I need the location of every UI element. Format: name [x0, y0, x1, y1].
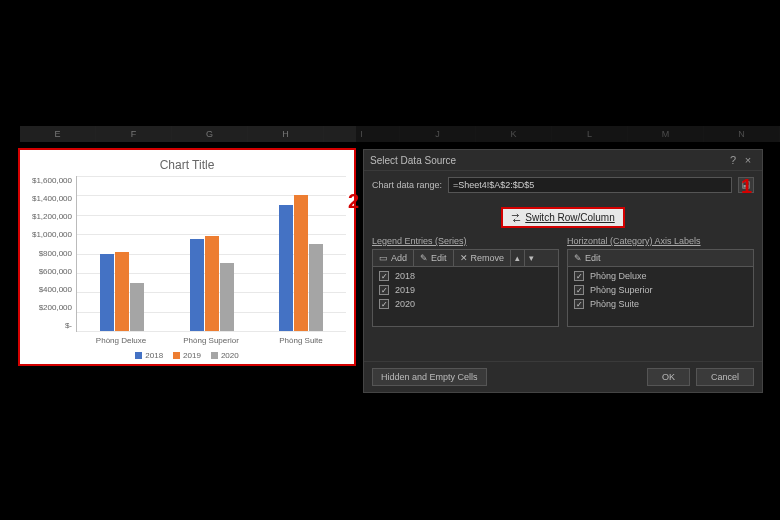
col-header: F [96, 126, 172, 142]
edit-icon: ✎ [420, 253, 428, 263]
col-header: N [704, 126, 780, 142]
dialog-footer: Hidden and Empty Cells OK Cancel [364, 361, 762, 392]
legend-entries-header: Legend Entries (Series) [372, 236, 559, 249]
y-tick: $- [28, 321, 72, 330]
bar[interactable] [100, 254, 114, 332]
column-headers: E F G H I J K L M N [20, 126, 780, 142]
add-series-button[interactable]: ▭Add [373, 250, 414, 266]
range-label: Chart data range: [372, 180, 442, 190]
chart-title: Chart Title [28, 156, 346, 176]
x-tick: Phòng Superior [166, 336, 256, 345]
bar[interactable] [294, 195, 308, 331]
list-item[interactable]: ✓Phòng Deluxe [570, 269, 751, 283]
legend-label: 2020 [221, 351, 239, 360]
checkbox-icon[interactable]: ✓ [574, 299, 584, 309]
bar[interactable] [205, 236, 219, 331]
col-header: E [20, 126, 96, 142]
remove-icon: ✕ [460, 253, 468, 263]
switch-icon [511, 213, 521, 223]
y-tick: $400,000 [28, 285, 72, 294]
dialog-titlebar: Select Data Source ? × [364, 150, 762, 171]
chart-container[interactable]: Chart Title $1,600,000 $1,400,000 $1,200… [18, 148, 356, 366]
chart-legend: 201820192020 [28, 345, 346, 360]
bar[interactable] [279, 205, 293, 331]
y-tick: $1,000,000 [28, 230, 72, 239]
list-item[interactable]: ✓2019 [375, 283, 556, 297]
axis-list: ✓Phòng Deluxe ✓Phòng Superior ✓Phòng Sui… [567, 267, 754, 327]
checkbox-icon[interactable]: ✓ [574, 271, 584, 281]
col-header: M [628, 126, 704, 142]
switch-button-label: Switch Row/Column [525, 212, 614, 223]
y-tick: $600,000 [28, 267, 72, 276]
axis-labels-panel: Horizontal (Category) Axis Labels ✎Edit … [567, 236, 754, 327]
legend-item: 2018 [135, 351, 163, 360]
checkbox-icon[interactable]: ✓ [574, 285, 584, 295]
move-down-button[interactable]: ▾ [525, 250, 538, 266]
axis-toolbar: ✎Edit [567, 249, 754, 267]
annotation-one: 1 [741, 175, 752, 198]
legend-swatch [135, 352, 142, 359]
annotation-two: 2 [348, 190, 359, 213]
edit-series-button[interactable]: ✎Edit [414, 250, 454, 266]
col-header: G [172, 126, 248, 142]
legend-swatch [211, 352, 218, 359]
hidden-empty-cells-button[interactable]: Hidden and Empty Cells [372, 368, 487, 386]
series-toolbar: ▭Add ✎Edit ✕Remove ▴ ▾ [372, 249, 559, 267]
list-item[interactable]: ✓2018 [375, 269, 556, 283]
select-data-source-dialog: Select Data Source ? × Chart data range:… [363, 149, 763, 393]
chart-data-range-input[interactable] [448, 177, 732, 193]
col-header: H [248, 126, 324, 142]
list-item[interactable]: ✓Phòng Superior [570, 283, 751, 297]
checkbox-icon[interactable]: ✓ [379, 299, 389, 309]
add-icon: ▭ [379, 253, 388, 263]
legend-label: 2018 [145, 351, 163, 360]
move-up-button[interactable]: ▴ [511, 250, 525, 266]
y-tick: $800,000 [28, 249, 72, 258]
bar-group [77, 176, 167, 331]
legend-item: 2020 [211, 351, 239, 360]
bar-group [167, 176, 257, 331]
checkbox-icon[interactable]: ✓ [379, 285, 389, 295]
col-header: I [324, 126, 400, 142]
edit-icon: ✎ [574, 253, 582, 263]
x-tick: Phòng Suite [256, 336, 346, 345]
list-item[interactable]: ✓2020 [375, 297, 556, 311]
y-tick: $1,200,000 [28, 212, 72, 221]
axis-labels-header: Horizontal (Category) Axis Labels [567, 236, 754, 249]
bar[interactable] [190, 239, 204, 331]
legend-item: 2019 [173, 351, 201, 360]
plot-area [76, 176, 346, 332]
legend-label: 2019 [183, 351, 201, 360]
help-icon[interactable]: ? [726, 154, 740, 166]
bar-group [256, 176, 346, 331]
y-tick: $200,000 [28, 303, 72, 312]
bar[interactable] [309, 244, 323, 331]
legend-swatch [173, 352, 180, 359]
bar[interactable] [220, 263, 234, 331]
col-header: L [552, 126, 628, 142]
x-axis: Phòng Deluxe Phòng Superior Phòng Suite [76, 332, 346, 345]
series-list: ✓2018 ✓2019 ✓2020 [372, 267, 559, 327]
chevron-up-icon: ▴ [515, 253, 520, 263]
col-header: K [476, 126, 552, 142]
list-item[interactable]: ✓Phòng Suite [570, 297, 751, 311]
checkbox-icon[interactable]: ✓ [379, 271, 389, 281]
ok-button[interactable]: OK [647, 368, 690, 386]
remove-series-button[interactable]: ✕Remove [454, 250, 512, 266]
y-tick: $1,600,000 [28, 176, 72, 185]
legend-entries-panel: Legend Entries (Series) ▭Add ✎Edit ✕Remo… [372, 236, 559, 327]
bar[interactable] [130, 283, 144, 331]
col-header: J [400, 126, 476, 142]
cancel-button[interactable]: Cancel [696, 368, 754, 386]
close-icon[interactable]: × [740, 154, 756, 166]
edit-axis-button[interactable]: ✎Edit [568, 250, 607, 266]
chevron-down-icon: ▾ [529, 253, 534, 263]
x-tick: Phòng Deluxe [76, 336, 166, 345]
dialog-title: Select Data Source [370, 155, 726, 166]
y-tick: $1,400,000 [28, 194, 72, 203]
y-axis: $1,600,000 $1,400,000 $1,200,000 $1,000,… [28, 176, 76, 332]
switch-row-column-button[interactable]: Switch Row/Column [501, 207, 624, 228]
bar[interactable] [115, 252, 129, 331]
